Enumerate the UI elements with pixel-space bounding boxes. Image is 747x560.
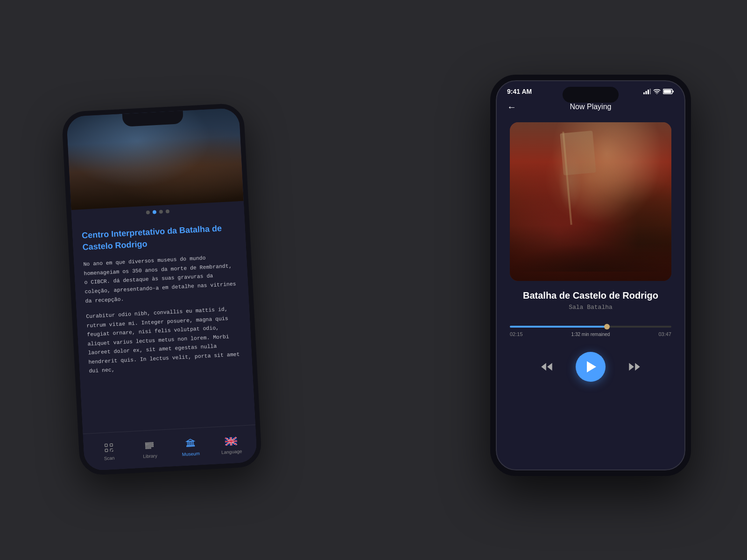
- svg-point-20: [656, 94, 657, 95]
- nav-item-museum[interactable]: Museum: [169, 436, 211, 458]
- play-button[interactable]: [576, 352, 606, 382]
- current-time: 02:15: [510, 331, 523, 337]
- wifi-icon: [653, 89, 661, 94]
- article-paragraph-1: No ano em que diversos museus do mundo h…: [83, 252, 240, 306]
- language-label: Language: [221, 448, 242, 455]
- svg-rect-2: [105, 449, 108, 452]
- svg-rect-17: [646, 91, 647, 94]
- progress-section[interactable]: 02:15 1:32 min remained 03:47: [496, 318, 685, 344]
- svg-rect-9: [146, 446, 154, 447]
- back-button[interactable]: ←: [507, 102, 516, 112]
- scan-label: Scan: [104, 455, 114, 461]
- svg-rect-0: [105, 444, 107, 447]
- svg-rect-12: [187, 441, 189, 446]
- svg-rect-10: [146, 448, 151, 448]
- rewind-icon: [540, 360, 553, 373]
- progress-bar[interactable]: [510, 326, 671, 328]
- dynamic-island: [563, 87, 619, 103]
- progress-fill: [510, 326, 607, 328]
- svg-marker-24: [541, 363, 546, 371]
- phone-right: 9:41 AM: [490, 75, 691, 476]
- article-title: Centro Interpretativo da Batalha de Cast…: [82, 222, 237, 254]
- language-icon: [225, 435, 237, 448]
- progress-thumb[interactable]: [604, 324, 610, 329]
- forward-icon: [628, 360, 641, 373]
- phone-left: Centro Interpretativo da Batalha de Cast…: [61, 103, 262, 476]
- album-art: [510, 122, 671, 281]
- svg-rect-15: [187, 445, 195, 447]
- svg-marker-26: [635, 363, 640, 371]
- svg-rect-13: [190, 441, 191, 446]
- progress-labels: 02:15 1:32 min remained 03:47: [510, 331, 671, 337]
- svg-rect-19: [650, 89, 651, 94]
- total-time: 03:47: [658, 331, 671, 337]
- library-icon: [143, 439, 156, 452]
- svg-rect-22: [673, 91, 674, 92]
- nav-item-library[interactable]: Library: [129, 439, 171, 460]
- nav-item-scan[interactable]: Scan: [88, 441, 130, 462]
- svg-rect-14: [192, 441, 193, 445]
- status-time: 9:41 AM: [507, 88, 532, 95]
- article-content: Centro Interpretativo da Batalha de Cast…: [72, 214, 253, 390]
- bottom-navigation: Scan Library: [83, 425, 258, 471]
- forward-button[interactable]: [624, 357, 645, 377]
- dot-2[interactable]: [153, 210, 156, 214]
- svg-rect-7: [146, 442, 154, 444]
- article-paragraph-2: Curabitur odio nibh, convallis eu mattis…: [86, 304, 243, 376]
- svg-rect-16: [643, 92, 645, 94]
- library-label: Library: [143, 453, 157, 459]
- museum-icon: [184, 437, 197, 450]
- track-info: Batalha de Castelo de Rodrigo Sala Batal…: [496, 290, 685, 318]
- play-icon: [587, 361, 596, 372]
- now-playing-title: Now Playing: [570, 103, 612, 111]
- battery-icon: [663, 89, 674, 94]
- remaining-time: 1:32 min remained: [571, 332, 610, 337]
- status-icons: [643, 89, 674, 94]
- svg-rect-8: [146, 444, 154, 446]
- svg-marker-25: [547, 363, 552, 371]
- svg-rect-1: [110, 444, 113, 447]
- dot-4[interactable]: [166, 210, 169, 213]
- dot-3[interactable]: [159, 210, 163, 214]
- svg-rect-23: [664, 90, 671, 93]
- signal-icon: [643, 89, 651, 94]
- svg-rect-18: [648, 90, 649, 94]
- svg-marker-27: [629, 363, 634, 371]
- playback-controls: [496, 344, 685, 391]
- dot-1[interactable]: [146, 210, 150, 214]
- scan-icon: [102, 441, 115, 454]
- track-subtitle: Sala Batalha: [505, 304, 676, 311]
- rewind-button[interactable]: [536, 357, 557, 377]
- nav-item-language[interactable]: Language: [211, 434, 253, 455]
- track-title: Batalha de Castelo de Rodrigo: [505, 290, 676, 301]
- museum-label: Museum: [182, 451, 200, 457]
